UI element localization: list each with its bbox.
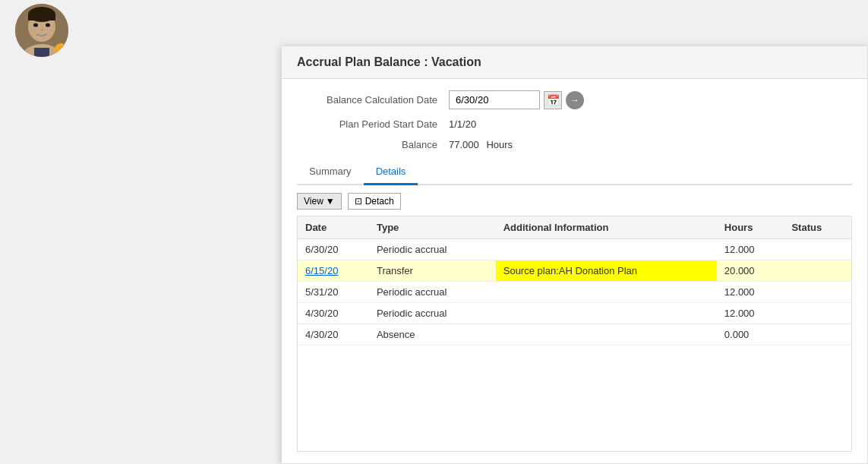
plan-period-label: Plan Period Start Date xyxy=(297,118,449,130)
table-row[interactable]: 6/30/20 Periodic accrual 12.000 xyxy=(298,239,851,260)
cell-additional xyxy=(496,282,717,303)
cell-type: Periodic accrual xyxy=(369,282,496,303)
detach-button[interactable]: ⊡ Detach xyxy=(348,193,401,210)
balance-number: 77.000 xyxy=(449,139,479,150)
svg-point-4 xyxy=(33,24,38,27)
modal-title: Accrual Plan Balance : Vacation xyxy=(282,46,867,79)
details-table: Date Type Additional Information Hours S… xyxy=(298,216,851,346)
detach-icon: ⊡ xyxy=(355,196,362,207)
tab-summary[interactable]: Summary xyxy=(297,159,364,185)
cell-date: 5/31/20 xyxy=(298,282,369,303)
col-type: Type xyxy=(369,216,496,239)
cell-status xyxy=(784,303,851,324)
cell-status xyxy=(784,239,851,260)
cell-additional xyxy=(496,239,717,260)
cell-additional: Source plan:AH Donation Plan xyxy=(496,260,717,282)
accrual-plan-modal: Accrual Plan Balance : Vacation Balance … xyxy=(281,46,868,464)
cell-status xyxy=(784,324,851,346)
avatar: ... xyxy=(15,4,68,57)
balance-calc-input-wrapper: 📅 → xyxy=(449,90,584,109)
calendar-icon[interactable]: 📅 xyxy=(544,91,562,109)
balance-calc-date-row: Balance Calculation Date 📅 → xyxy=(297,90,852,109)
col-status: Status xyxy=(784,216,851,239)
cell-additional xyxy=(496,324,717,346)
cell-type: Transfer xyxy=(369,260,496,282)
cell-date: 4/30/20 xyxy=(298,303,369,324)
balance-label: Balance xyxy=(297,139,449,150)
cell-date: 6/15/20 xyxy=(298,260,369,282)
balance-calc-date-input[interactable] xyxy=(449,90,540,109)
cell-hours: 0.000 xyxy=(717,324,784,346)
avatar-badge: ... xyxy=(55,43,67,55)
cell-status xyxy=(784,260,851,282)
balance-unit: Hours xyxy=(486,139,513,150)
cell-date: 6/30/20 xyxy=(298,239,369,260)
svg-rect-3 xyxy=(28,14,55,21)
balance-calc-label: Balance Calculation Date xyxy=(297,94,449,106)
col-additional-info: Additional Information xyxy=(496,216,717,239)
svg-rect-8 xyxy=(34,48,49,57)
balance-row: Balance 77.000 Hours xyxy=(297,139,852,150)
cell-type: Periodic accrual xyxy=(369,239,496,260)
cell-type: Absence xyxy=(369,324,496,346)
details-table-container[interactable]: Date Type Additional Information Hours S… xyxy=(297,216,852,452)
cell-hours: 12.000 xyxy=(717,239,784,260)
svg-point-5 xyxy=(46,24,50,27)
modal-body: Balance Calculation Date 📅 → Plan Period… xyxy=(282,79,867,463)
table-row[interactable]: 5/31/20 Periodic accrual 12.000 xyxy=(298,282,851,303)
table-view-dropdown-icon: ▼ xyxy=(326,196,335,207)
cell-date: 4/30/20 xyxy=(298,324,369,346)
balance-value: 77.000 Hours xyxy=(449,139,513,150)
plan-period-start-row: Plan Period Start Date 1/1/20 xyxy=(297,118,852,130)
table-view-button[interactable]: View ▼ xyxy=(297,193,342,210)
table-row[interactable]: 4/30/20 Periodic accrual 12.000 xyxy=(298,303,851,324)
table-row[interactable]: 4/30/20 Absence 0.000 xyxy=(298,324,851,346)
plan-period-value: 1/1/20 xyxy=(449,118,476,130)
modal-tabs: Summary Details xyxy=(297,159,852,185)
col-hours: Hours xyxy=(717,216,784,239)
svg-point-6 xyxy=(40,29,43,31)
cell-hours: 20.000 xyxy=(717,260,784,282)
cell-hours: 12.000 xyxy=(717,303,784,324)
cell-additional xyxy=(496,303,717,324)
go-button[interactable]: → xyxy=(566,91,584,109)
cell-hours: 12.000 xyxy=(717,282,784,303)
table-row[interactable]: 6/15/20 Transfer Source plan:AH Donation… xyxy=(298,260,851,282)
col-date: Date xyxy=(298,216,369,239)
cell-type: Periodic accrual xyxy=(369,303,496,324)
tab-details[interactable]: Details xyxy=(364,159,418,185)
table-header-row: Date Type Additional Information Hours S… xyxy=(298,216,851,239)
table-toolbar: View ▼ ⊡ Detach xyxy=(297,193,852,210)
cell-status xyxy=(784,282,851,303)
